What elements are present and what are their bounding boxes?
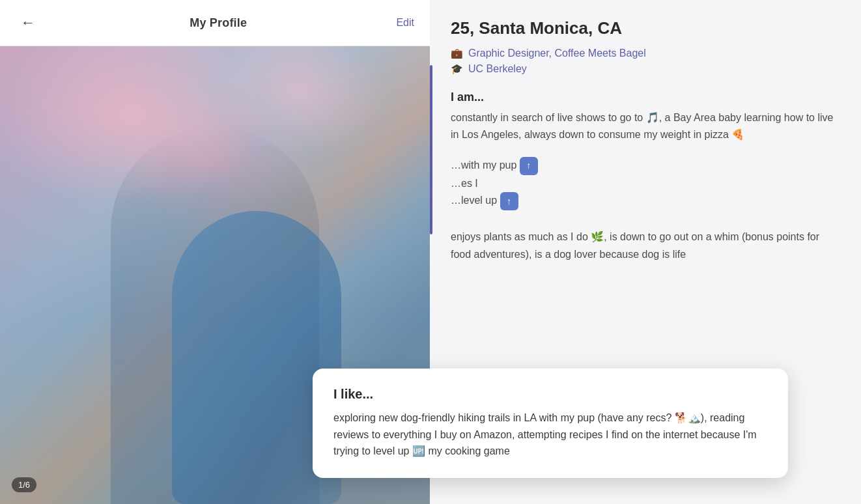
page-title: My Profile [190,16,247,30]
i-am-title: I am... [451,91,840,104]
school-icon: 🎓 [451,63,463,75]
job-label: Graphic Designer, Coffee Meets Bagel [468,48,646,59]
job-meta: 💼 Graphic Designer, Coffee Meets Bagel [451,48,840,59]
tooltip-text: exploring new dog-friendly hiking trails… [333,410,767,460]
job-icon: 💼 [451,48,463,59]
profile-header: ← My Profile Edit [0,0,430,46]
edit-button[interactable]: Edit [396,17,414,29]
scroll-arrow-icon[interactable]: ↑ [500,192,518,210]
left-panel: ← My Profile Edit 1/6 I like... explorin… [0,0,430,504]
tooltip-popup: I like... exploring new dog-friendly hik… [313,369,788,478]
enjoys-text: enjoys plants as much as I do 🌿, is down… [451,229,840,263]
back-button[interactable]: ← [16,12,40,34]
i-am-text: constantly in search of live shows to go… [451,109,840,144]
looking-for-partial-2: …es I [451,178,478,189]
age-location: 25, Santa Monica, CA [451,18,840,38]
looking-for-text: …with my pup ↑ …es I …level up ↑ [451,157,840,210]
school-label: UC Berkeley [468,63,527,75]
enjoys-section: enjoys plants as much as I do 🌿, is down… [451,229,840,263]
photo-counter: 1/6 [12,477,36,492]
looking-for-partial-3: …level up [451,195,500,206]
accent-bar [430,65,432,234]
scroll-up-icon[interactable]: ↑ [520,157,538,175]
looking-for-section: …with my pup ↑ …es I …level up ↑ [451,157,840,210]
profile-meta: 💼 Graphic Designer, Coffee Meets Bagel 🎓… [451,48,840,75]
school-meta: 🎓 UC Berkeley [451,63,840,75]
tooltip-title: I like... [333,387,767,402]
looking-for-prefix: …with my pup [451,160,516,171]
